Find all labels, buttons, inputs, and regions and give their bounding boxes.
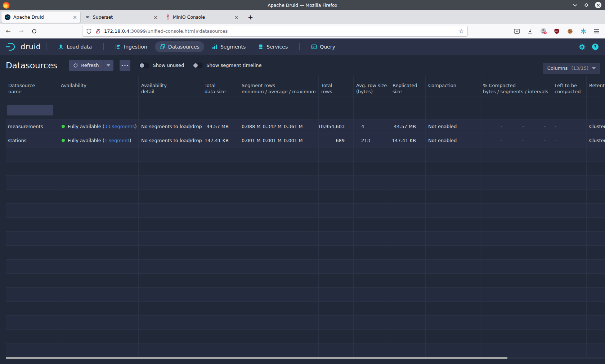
column-header[interactable]: Retention [587,76,605,96]
page-title: Datasources [6,61,57,70]
column-header[interactable]: Replicatedsize [390,76,426,96]
refresh-button[interactable]: Refresh [69,60,103,71]
empty-cell [390,274,426,288]
availability-dot [62,139,65,142]
pct-compacted-value: - [524,124,546,129]
empty-cell [58,190,139,204]
empty-cell [354,260,390,274]
settings-gear-icon[interactable] [579,44,586,50]
druid-logo[interactable]: druid [5,42,41,52]
empty-cell [6,260,58,274]
url-text[interactable]: 172.18.0.4:30899/unified-console.html#da… [104,28,456,34]
empty-cell [58,176,139,190]
back-button[interactable]: ← [3,26,14,37]
empty-cell [587,246,605,260]
column-header[interactable]: Availability [58,76,139,96]
column-header[interactable]: Totalrows [319,76,354,96]
more-actions-button[interactable]: ••• [120,60,130,71]
empty-cell [319,232,354,246]
tab-minio-console[interactable]: MinIO Console × [163,12,242,23]
segment-rows-cell: 0.088 M0.342 M0.361 M [239,119,319,133]
segments-count-link[interactable]: 1 segment [104,138,129,143]
empty-cell [480,176,552,190]
tab-superset[interactable]: ∞ Superset × [82,12,161,23]
window-minimize-icon[interactable] [573,4,578,7]
nav-item-query[interactable]: Query [306,41,340,52]
new-tab-button[interactable]: + [248,13,253,21]
empty-row [6,246,605,260]
load-data-icon [58,44,64,50]
horizontal-scrollbar-thumb[interactable] [6,357,507,359]
nav-item-segments[interactable]: Segments [207,41,250,52]
url-bar[interactable]: 172.18.0.4:30899/unified-console.html#da… [82,26,468,37]
tracking-shield-icon[interactable] [86,28,92,34]
refresh-label: Refresh [81,63,99,68]
column-header[interactable]: Avg. row size(bytes) [354,76,390,96]
help-icon[interactable]: ? [592,44,599,50]
empty-cell [390,147,426,161]
ublock-origin-icon[interactable]: UO [554,28,560,35]
refresh-dropdown-button[interactable] [103,60,113,71]
empty-cell [480,302,552,316]
show-unused-toggle[interactable] [139,63,149,68]
tab-close-icon[interactable]: × [153,15,158,20]
column-header[interactable]: Datasourcename [6,76,58,96]
empty-cell [426,274,480,288]
segments-count-link[interactable]: 33 segments [104,124,135,129]
window-maximize-icon[interactable] [584,3,589,8]
tab-close-icon[interactable]: × [234,15,238,20]
reload-button[interactable] [29,26,40,37]
forward-button[interactable]: → [16,26,27,37]
account-icon[interactable] [540,28,547,35]
empty-cell [390,302,426,316]
empty-cell [480,344,552,358]
empty-cell [552,330,587,344]
empty-cell [426,176,480,190]
columns-button[interactable]: Columns (13/15) [543,63,600,74]
bookmark-star-icon[interactable]: ☆ [459,28,464,35]
retention-cell[interactable]: Cluster default [587,119,605,133]
cookie-extension-icon[interactable] [567,28,573,35]
downloads-icon[interactable] [527,28,533,35]
show-segment-timeline-toggle[interactable] [193,63,203,68]
column-header[interactable]: % Compactedbytes / segments / intervals [480,76,552,96]
empty-cell [58,204,139,218]
tab-label: Superset [93,14,151,20]
empty-cell [139,232,202,246]
nav-item-load-data[interactable]: Load data [53,41,97,52]
column-header[interactable]: Availabilitydetail [139,76,202,96]
column-header[interactable]: Totaldata size [202,76,239,96]
show-segment-timeline-label[interactable]: Show segment timeline [206,63,261,68]
datasource-filter-input[interactable] [7,105,53,115]
retention-cell[interactable]: Cluster default [587,133,605,147]
window-close-icon[interactable] [595,2,601,8]
empty-cell [58,330,139,344]
druid-wordmark: druid [21,42,41,51]
pocket-icon[interactable] [514,28,520,35]
empty-cell [139,344,202,358]
nav-item-datasources[interactable]: Datasources [155,41,204,52]
empty-cell [354,274,390,288]
empty-row [6,218,605,232]
empty-cell [139,260,202,274]
refresh-icon [73,63,78,68]
tab-apache-druid[interactable]: Apache Druid × [1,12,80,23]
empty-cell [354,204,390,218]
column-header[interactable]: Compaction [426,76,480,96]
column-header-line1: Availability [141,82,202,88]
column-header[interactable]: Segment rowsminimum / average / maximum [239,76,319,96]
empty-cell [319,260,354,274]
nav-item-ingestion[interactable]: Ingestion [111,41,152,52]
column-header[interactable]: Left to becompacted [552,76,587,96]
extension-asterisk-icon[interactable] [580,28,587,35]
insecure-lock-icon[interactable] [95,28,101,34]
show-unused-label[interactable]: Show unused [153,63,184,68]
empty-cell [552,274,587,288]
menu-hamburger-icon[interactable] [593,28,600,35]
empty-cell [587,147,605,161]
empty-cell [390,190,426,204]
empty-cell [139,246,202,260]
nav-item-services[interactable]: Services [253,41,292,52]
pct-compacted-value: - [480,138,502,143]
tab-close-icon[interactable]: × [73,15,77,20]
